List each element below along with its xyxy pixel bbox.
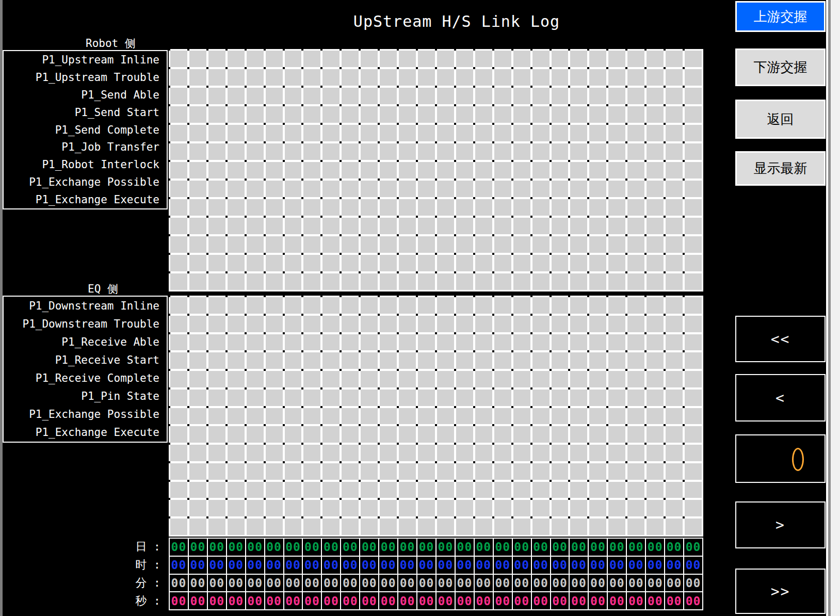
log-grid-cell bbox=[494, 106, 511, 123]
log-grid-cell bbox=[342, 334, 359, 351]
timestamp-cell: 00 bbox=[170, 575, 188, 592]
log-grid-cell bbox=[570, 236, 587, 253]
timestamp-cell: 00 bbox=[646, 592, 664, 609]
timestamp-cell: 00 bbox=[398, 557, 416, 574]
timestamp-cell: 00 bbox=[532, 575, 550, 592]
timestamp-cell: 00 bbox=[246, 592, 264, 609]
fast-backward-button[interactable]: << bbox=[735, 316, 826, 362]
log-grid-cell bbox=[666, 518, 683, 535]
timestamp-cell: 00 bbox=[303, 575, 321, 592]
log-grid-cell bbox=[494, 218, 511, 234]
show-latest-button[interactable]: 显示最新 bbox=[735, 151, 826, 186]
log-grid-cell bbox=[208, 236, 225, 253]
timestamp-cell: 00 bbox=[341, 557, 359, 574]
log-grid-cell bbox=[361, 143, 378, 160]
log-grid-cell bbox=[322, 273, 340, 290]
log-grid-cell bbox=[303, 69, 320, 86]
log-grid-cell bbox=[513, 199, 530, 216]
timestamp-cell: 00 bbox=[227, 539, 245, 556]
eq-signal-label: P1_Exchange Execute bbox=[4, 424, 167, 442]
log-grid-cell bbox=[361, 125, 378, 141]
marker-button[interactable] bbox=[735, 434, 826, 483]
robot-signal-label: P1_Robot Interlock bbox=[4, 156, 167, 173]
log-grid-cell bbox=[399, 371, 416, 387]
log-grid-cell bbox=[380, 445, 397, 461]
forward-button[interactable]: > bbox=[735, 501, 826, 548]
log-grid-cell bbox=[456, 500, 473, 516]
log-grid-cell bbox=[437, 51, 454, 67]
log-grid-cell bbox=[266, 463, 283, 480]
log-grid-cell bbox=[532, 125, 550, 141]
timestamp-cell: 00 bbox=[646, 557, 664, 574]
log-grid-cell bbox=[303, 426, 320, 443]
log-grid-cell bbox=[475, 143, 492, 160]
log-grid-cell bbox=[666, 125, 683, 141]
log-grid-cell bbox=[266, 390, 283, 406]
log-grid-cell bbox=[418, 143, 435, 160]
log-grid-cell bbox=[418, 125, 435, 141]
log-grid-cell bbox=[322, 236, 340, 253]
log-grid-cell bbox=[589, 316, 606, 332]
timestamp-cell: 00 bbox=[379, 575, 397, 592]
log-grid-cell bbox=[513, 334, 530, 351]
log-grid-cell bbox=[552, 316, 569, 332]
log-grid-cell bbox=[208, 181, 225, 197]
log-grid-cell bbox=[456, 106, 473, 123]
log-grid-cell bbox=[437, 273, 454, 290]
timestamp-cell: 00 bbox=[246, 539, 264, 556]
log-grid-cell bbox=[437, 426, 454, 443]
timestamp-cell: 00 bbox=[684, 557, 702, 574]
log-grid-cell bbox=[685, 199, 702, 216]
log-grid-cell bbox=[399, 69, 416, 86]
log-grid-cell bbox=[418, 255, 435, 271]
log-grid-cell bbox=[475, 316, 492, 332]
backward-button[interactable]: < bbox=[735, 374, 826, 422]
log-grid-cell bbox=[475, 236, 492, 253]
log-grid-cell bbox=[189, 273, 206, 290]
log-grid-cell bbox=[266, 500, 283, 516]
log-grid-cell bbox=[437, 125, 454, 141]
log-grid-cell bbox=[475, 390, 492, 406]
log-grid-cell bbox=[437, 255, 454, 271]
log-grid-cell bbox=[285, 371, 302, 387]
log-grid-cell bbox=[456, 482, 473, 498]
log-grid-cell bbox=[685, 143, 702, 160]
log-grid-cell bbox=[208, 316, 225, 332]
timestamp-cell: 00 bbox=[284, 592, 302, 609]
log-grid-cell bbox=[666, 297, 683, 314]
log-grid-cell bbox=[247, 273, 264, 290]
log-grid-cell bbox=[170, 500, 187, 516]
log-grid-cell bbox=[303, 316, 320, 332]
log-grid-cell bbox=[552, 390, 569, 406]
log-grid-cell bbox=[666, 316, 683, 332]
log-grid-cell bbox=[322, 463, 340, 480]
log-grid-cell bbox=[418, 500, 435, 516]
log-grid-cell bbox=[513, 297, 530, 314]
log-grid-cell bbox=[303, 408, 320, 425]
log-grid-cell bbox=[437, 390, 454, 406]
timestamp-cell: 00 bbox=[646, 575, 664, 592]
log-grid-cell bbox=[247, 181, 264, 197]
timestamp-cell: 00 bbox=[265, 592, 283, 609]
log-grid-cell bbox=[342, 106, 359, 123]
fast-forward-button[interactable]: >> bbox=[735, 569, 826, 614]
log-grid-cell bbox=[266, 352, 283, 369]
log-grid-cell bbox=[589, 218, 606, 234]
log-grid-cell bbox=[570, 51, 587, 67]
log-grid-cell bbox=[399, 463, 416, 480]
log-grid-cell bbox=[532, 371, 550, 387]
log-grid-cell bbox=[513, 143, 530, 160]
upstream-handshake-button[interactable]: 上游交握 bbox=[735, 1, 826, 32]
eq-signal-label: P1_Receive Able bbox=[4, 333, 167, 351]
timestamp-cell: 00 bbox=[246, 575, 264, 592]
log-grid-cell bbox=[494, 445, 511, 461]
log-grid-cell bbox=[303, 236, 320, 253]
log-grid-cell bbox=[666, 143, 683, 160]
robot-signal-label: P1_Send Start bbox=[4, 104, 167, 121]
log-grid-cell bbox=[342, 236, 359, 253]
log-grid-cell bbox=[552, 482, 569, 498]
downstream-handshake-button[interactable]: 下游交握 bbox=[735, 48, 826, 86]
log-grid-cell bbox=[475, 125, 492, 141]
timestamp-cell: 00 bbox=[513, 575, 531, 592]
back-button[interactable]: 返回 bbox=[735, 100, 826, 139]
